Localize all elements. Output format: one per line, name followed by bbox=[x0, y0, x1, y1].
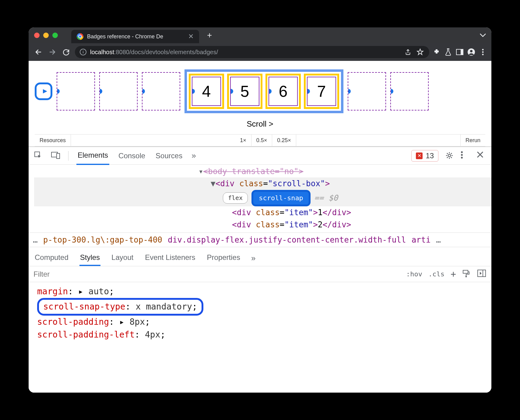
page-content: 4 5 6 7 Scroll > Resources 1× 0.5× 0.25×… bbox=[29, 61, 491, 146]
dom-node-item[interactable]: <div class="item">1</div> bbox=[34, 206, 491, 219]
close-tab-button[interactable]: ✕ bbox=[188, 33, 194, 40]
dom-badges-row: flex scroll-snap == $0 bbox=[34, 190, 491, 206]
scroll-item bbox=[348, 72, 386, 110]
settings-icon[interactable] bbox=[445, 151, 454, 160]
tab-computed[interactable]: Computed bbox=[34, 250, 69, 266]
scroll-item-selected: 5 bbox=[227, 74, 262, 109]
zoom-05x-button[interactable]: 0.5× bbox=[251, 135, 272, 146]
selected-node-indicator: == $0 bbox=[314, 192, 338, 204]
scroll-item-selected: 6 bbox=[265, 74, 301, 109]
tabs-menu-button[interactable] bbox=[480, 33, 486, 37]
reload-button[interactable] bbox=[61, 47, 72, 58]
svg-rect-15 bbox=[466, 276, 467, 277]
menu-icon[interactable] bbox=[479, 48, 487, 56]
styles-filter-input[interactable] bbox=[33, 270, 400, 278]
css-declaration[interactable]: scroll-padding-left: 4px; bbox=[37, 328, 483, 341]
error-count-badge[interactable]: ✕ 13 bbox=[411, 150, 438, 162]
tab-title: Badges reference - Chrome De bbox=[87, 33, 163, 40]
forward-button[interactable] bbox=[47, 47, 58, 58]
more-style-tabs-button[interactable]: » bbox=[251, 254, 255, 263]
flex-badge[interactable]: flex bbox=[223, 192, 248, 204]
scroll-item-selected: 4 bbox=[189, 74, 224, 109]
devtools-panel: Elements Console Sources » ✕ 13 bbox=[29, 146, 491, 393]
breadcrumb-item[interactable]: div.display-flex.justify-content-center.… bbox=[168, 235, 406, 244]
error-icon: ✕ bbox=[416, 152, 423, 159]
svg-rect-17 bbox=[483, 270, 486, 277]
inspect-icon[interactable] bbox=[34, 151, 43, 160]
css-rules[interactable]: margin: ▸ auto; scroll-snap-type: x mand… bbox=[29, 282, 491, 344]
rerun-button[interactable]: Rerun bbox=[460, 135, 485, 146]
svg-rect-9 bbox=[57, 153, 60, 159]
snap-cursor-marker bbox=[35, 82, 52, 100]
tab-sources[interactable]: Sources bbox=[154, 147, 184, 164]
svg-rect-1 bbox=[461, 49, 463, 55]
css-declaration-highlighted[interactable]: scroll-snap-type: x mandatory; bbox=[37, 298, 483, 316]
styles-filter-row: :hov .cls + bbox=[29, 266, 491, 282]
traffic-lights bbox=[34, 33, 58, 38]
svg-point-6 bbox=[482, 54, 484, 55]
scroll-item bbox=[142, 72, 180, 110]
share-icon[interactable] bbox=[404, 48, 412, 56]
zoom-025x-button[interactable]: 0.25× bbox=[272, 135, 296, 146]
address-bar[interactable]: i localhost:8080/docs/devtools/elements/… bbox=[75, 46, 429, 58]
fiddle-footer-bar: Resources 1× 0.5× 0.25× Rerun bbox=[35, 134, 485, 146]
extensions-icon[interactable] bbox=[432, 48, 441, 56]
tab-console[interactable]: Console bbox=[117, 147, 146, 164]
scroll-viewport-highlight: 4 5 6 7 bbox=[184, 69, 343, 113]
minimize-window-button[interactable] bbox=[43, 33, 49, 38]
hov-toggle-button[interactable]: :hov bbox=[406, 270, 422, 278]
css-declaration[interactable]: scroll-padding: ▸ 8px; bbox=[37, 316, 483, 328]
svg-point-13 bbox=[461, 157, 463, 159]
tab-properties[interactable]: Properties bbox=[206, 250, 241, 266]
scroll-item bbox=[390, 72, 429, 110]
breadcrumb-ellipsis[interactable]: … bbox=[33, 235, 38, 244]
paint-icon[interactable] bbox=[462, 270, 471, 279]
profile-icon[interactable] bbox=[467, 48, 476, 56]
svg-point-10 bbox=[448, 154, 451, 157]
device-toggle-icon[interactable] bbox=[51, 151, 60, 160]
scroll-demo-row[interactable]: 4 5 6 7 bbox=[35, 65, 485, 118]
styles-tabstrip: Computed Styles Layout Event Listeners P… bbox=[29, 247, 491, 266]
kebab-menu-icon[interactable] bbox=[461, 151, 470, 160]
new-rule-button[interactable]: + bbox=[451, 269, 456, 279]
more-tabs-button[interactable]: » bbox=[191, 151, 196, 160]
tab-event-listeners[interactable]: Event Listeners bbox=[144, 250, 196, 266]
scroll-item bbox=[57, 72, 95, 110]
svg-rect-14 bbox=[463, 270, 468, 273]
dom-tree[interactable]: ▾<body translate="no"> ▼<div class="scro… bbox=[29, 165, 491, 233]
zoom-1x-button[interactable]: 1× bbox=[235, 135, 251, 146]
svg-point-4 bbox=[482, 49, 484, 51]
labs-icon[interactable] bbox=[444, 48, 452, 56]
svg-point-3 bbox=[470, 50, 473, 52]
breadcrumb-item[interactable]: p-top-300.lg\:gap-top-400 bbox=[43, 235, 162, 244]
dom-node-body[interactable]: ▾<body translate="no"> bbox=[34, 165, 491, 177]
panel-icon[interactable] bbox=[455, 48, 464, 56]
maximize-window-button[interactable] bbox=[52, 33, 58, 38]
cls-toggle-button[interactable]: .cls bbox=[428, 270, 444, 278]
scroll-snap-badge[interactable]: scroll-snap bbox=[251, 190, 311, 206]
bookmark-icon[interactable] bbox=[416, 48, 424, 56]
dom-breadcrumb[interactable]: … p-top-300.lg\:gap-top-400 div.display-… bbox=[29, 233, 491, 247]
new-tab-button[interactable]: + bbox=[207, 30, 212, 40]
toggle-sidebar-icon[interactable] bbox=[477, 270, 487, 279]
resources-button[interactable]: Resources bbox=[35, 135, 71, 146]
site-info-icon[interactable]: i bbox=[80, 49, 86, 55]
back-button[interactable] bbox=[33, 47, 44, 58]
css-declaration[interactable]: margin: ▸ auto; bbox=[37, 285, 483, 298]
browser-tab[interactable]: Badges reference - Chrome De ✕ bbox=[71, 30, 199, 43]
tab-styles[interactable]: Styles bbox=[79, 250, 100, 266]
scroll-item bbox=[99, 72, 138, 110]
dom-node-scrollbox[interactable]: ▼<div class="scroll-box"> bbox=[34, 177, 491, 190]
tab-elements[interactable]: Elements bbox=[76, 147, 109, 165]
breadcrumb-ellipsis[interactable]: … bbox=[436, 235, 441, 244]
browser-toolbar: i localhost:8080/docs/devtools/elements/… bbox=[29, 43, 491, 61]
close-devtools-button[interactable] bbox=[477, 151, 486, 160]
svg-point-11 bbox=[461, 151, 463, 153]
close-window-button[interactable] bbox=[34, 33, 40, 38]
breadcrumb-item[interactable]: arti bbox=[412, 235, 431, 244]
tab-layout[interactable]: Layout bbox=[111, 250, 134, 266]
scroll-hint-label: Scroll > bbox=[35, 119, 485, 129]
url-text: localhost:8080/docs/devtools/elements/ba… bbox=[90, 49, 218, 56]
dom-node-item[interactable]: <div class="item">2</div> bbox=[34, 219, 491, 231]
chrome-favicon-icon bbox=[77, 33, 83, 40]
